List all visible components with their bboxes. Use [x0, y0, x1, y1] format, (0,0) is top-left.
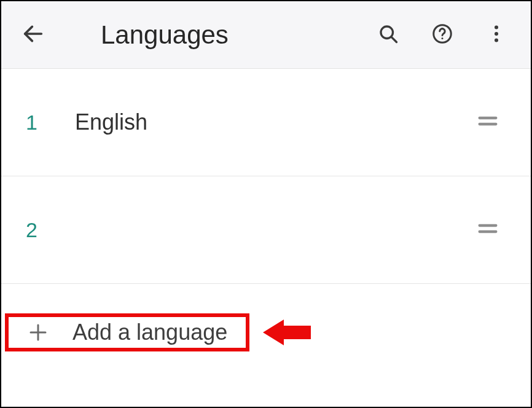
search-button[interactable] [376, 23, 401, 47]
app-bar: Languages [1, 1, 531, 69]
arrow-left-icon [21, 22, 45, 49]
more-vertical-icon [485, 23, 507, 47]
drag-handle[interactable] [474, 216, 501, 243]
annotation-arrow [263, 318, 311, 347]
svg-line-2 [391, 36, 397, 42]
drag-handle-icon [475, 216, 500, 243]
help-button[interactable] [430, 23, 455, 47]
search-icon [377, 23, 399, 47]
language-name: English [75, 109, 474, 135]
svg-point-5 [495, 25, 498, 29]
page-title: Languages [101, 20, 376, 50]
overflow-menu-button[interactable] [484, 23, 509, 47]
add-language-button[interactable]: Add a language [5, 313, 249, 351]
svg-marker-14 [263, 320, 311, 345]
plus-icon [27, 321, 49, 343]
language-row[interactable]: 2 [1, 176, 531, 284]
svg-point-6 [495, 32, 498, 36]
drag-handle[interactable] [474, 109, 501, 136]
language-index: 1 [26, 111, 68, 135]
add-language-area: Add a language [1, 284, 531, 351]
language-row[interactable]: 1 English [1, 69, 531, 176]
appbar-actions [376, 23, 509, 47]
add-language-label: Add a language [72, 320, 227, 345]
svg-point-4 [442, 37, 444, 39]
back-button[interactable] [21, 23, 45, 47]
help-icon [431, 23, 453, 47]
svg-point-7 [495, 38, 498, 42]
language-index: 2 [26, 218, 68, 242]
drag-handle-icon [475, 109, 500, 136]
